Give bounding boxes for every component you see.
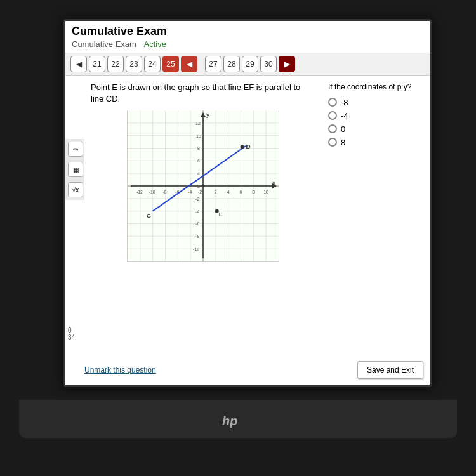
forward-arrow-button[interactable]: ▶	[279, 56, 295, 72]
svg-marker-24	[201, 112, 206, 117]
radio-1[interactable]	[328, 98, 337, 107]
svg-text:4: 4	[227, 190, 230, 194]
answer-option-4[interactable]: 8	[328, 138, 423, 147]
answer-option-2[interactable]: -4	[328, 111, 423, 121]
answer-question-text: If the coordinates of p y?	[328, 82, 423, 93]
svg-text:-12: -12	[136, 190, 143, 194]
svg-text:-10: -10	[193, 248, 199, 252]
footer: Unmark this question Save and Exit	[84, 361, 423, 379]
svg-text:C: C	[147, 212, 151, 219]
svg-text:2: 2	[197, 184, 200, 188]
svg-text:-2: -2	[195, 197, 199, 201]
sqrt-icon[interactable]: √x	[68, 182, 83, 197]
question-28[interactable]: 28	[223, 56, 240, 72]
svg-text:6: 6	[240, 190, 242, 194]
answer-value-4: 8	[341, 138, 345, 147]
question-29[interactable]: 29	[242, 56, 258, 72]
svg-text:10: 10	[263, 190, 268, 194]
svg-text:12: 12	[195, 121, 201, 126]
back-arrow-button[interactable]: ◀	[181, 56, 197, 72]
svg-text:D: D	[246, 143, 250, 150]
calculator-icon[interactable]: ▦	[68, 162, 83, 177]
question-section: Point E is drawn on the graph so that li…	[91, 82, 315, 370]
radio-2[interactable]	[328, 111, 337, 120]
svg-text:-2: -2	[198, 190, 202, 194]
answer-value-3: 0	[341, 124, 345, 134]
svg-text:-8: -8	[163, 190, 167, 194]
svg-text:-4: -4	[195, 209, 199, 214]
radio-3[interactable]	[328, 124, 337, 133]
question-27[interactable]: 27	[205, 56, 221, 72]
unmark-question-link[interactable]: Unmark this question	[84, 366, 156, 374]
save-exit-button[interactable]: Save and Exit	[357, 361, 423, 379]
exam-subtitle: Cumulative Exam Active	[72, 39, 423, 49]
svg-text:8: 8	[252, 190, 255, 194]
svg-text:x: x	[272, 179, 275, 186]
question-25-active[interactable]: 25	[162, 56, 179, 72]
sidebar: ✏ ▦ √x	[65, 139, 84, 200]
page-numbers: 0 34	[68, 327, 75, 341]
svg-line-50	[153, 145, 248, 211]
svg-text:-10: -10	[149, 190, 155, 194]
exam-title: Cumulative Exam	[72, 25, 423, 38]
graph-container: y x -12 -10 -8 -6 -4 -2 2 4 6 8 10	[127, 110, 279, 262]
question-22[interactable]: 22	[107, 56, 124, 72]
svg-text:8: 8	[197, 147, 200, 151]
active-badge: Active	[144, 39, 166, 49]
question-21[interactable]: 21	[89, 56, 105, 72]
header-bar: Cumulative Exam Cumulative Exam Active	[65, 21, 430, 53]
answer-section: If the coordinates of p y? -8 -4 0 8	[322, 82, 423, 370]
nav-bar: ◀ 21 22 23 24 25 ◀ 27 28 29 30 ▶	[65, 53, 430, 76]
question-30[interactable]: 30	[260, 56, 277, 72]
question-text: Point E is drawn on the graph so that li…	[91, 82, 315, 105]
svg-text:-4: -4	[188, 190, 192, 194]
radio-4[interactable]	[328, 138, 337, 147]
answer-option-3[interactable]: 0	[328, 124, 423, 134]
svg-text:F: F	[219, 211, 223, 218]
question-23[interactable]: 23	[126, 56, 142, 72]
svg-text:-8: -8	[195, 235, 199, 239]
svg-text:4: 4	[197, 172, 200, 176]
svg-text:2: 2	[215, 190, 217, 194]
svg-text:y: y	[206, 111, 209, 118]
svg-text:6: 6	[197, 159, 200, 164]
answer-option-1[interactable]: -8	[328, 98, 423, 107]
pencil-icon[interactable]: ✏	[68, 142, 83, 157]
laptop-bottom	[19, 400, 457, 438]
laptop-screen: Cumulative Exam Cumulative Exam Active ◀…	[63, 19, 432, 387]
prev-arrow-button[interactable]: ◀	[70, 56, 87, 72]
answer-value-1: -8	[341, 98, 348, 107]
svg-text:-6: -6	[195, 222, 199, 227]
hp-logo: hp	[222, 414, 237, 428]
question-24[interactable]: 24	[144, 56, 161, 72]
svg-text:10: 10	[196, 134, 201, 138]
svg-point-53	[241, 145, 244, 149]
answer-value-2: -4	[341, 111, 348, 121]
